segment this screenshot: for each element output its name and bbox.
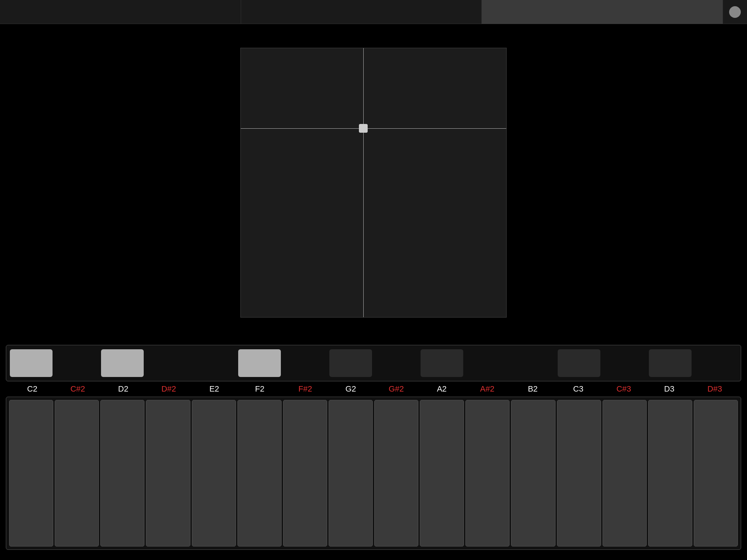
white-key-12[interactable] [557, 400, 601, 547]
black-key-bk-spacer5[interactable] [375, 349, 418, 377]
black-keys-row [6, 345, 741, 381]
white-key-7[interactable] [329, 400, 373, 547]
xy-pad[interactable] [240, 48, 507, 318]
white-key-13[interactable] [603, 400, 647, 547]
keyboard-section: C2C#2D2D#2E2F2F#2G2G#2A2A#2B2C3C#3D3D#3 [0, 341, 747, 560]
note-label-As2: A#2 [465, 384, 510, 394]
note-label-D2: D2 [101, 384, 146, 394]
black-key-bk-f2-sharp[interactable] [238, 349, 281, 377]
white-key-3[interactable] [146, 400, 190, 547]
crosshair-horizontal [241, 128, 506, 129]
note-label-Cs2: C#2 [55, 384, 101, 394]
black-key-bk-c2-sharp[interactable] [10, 349, 53, 377]
note-label-E2: E2 [191, 384, 237, 394]
main-area [0, 24, 747, 341]
black-key-bk-spacer6[interactable] [466, 349, 509, 377]
white-key-5[interactable] [237, 400, 282, 547]
note-label-F2: F2 [237, 384, 283, 394]
note-label-A2: A2 [419, 384, 465, 394]
white-key-14[interactable] [648, 400, 692, 547]
white-keys-row [6, 397, 741, 550]
tab-simple-xy-keys[interactable] [482, 0, 723, 24]
black-key-bk-d3-sharp[interactable] [649, 349, 692, 377]
note-label-C2: C2 [9, 384, 55, 394]
note-label-Ds2: D#2 [146, 384, 191, 394]
settings-icon [729, 6, 741, 18]
tab-bar [0, 0, 747, 24]
black-key-bk-spacer7[interactable] [512, 349, 554, 377]
note-label-Fs2: F#2 [283, 384, 328, 394]
black-key-bk-spacer2[interactable] [147, 349, 189, 377]
note-label-D3: D3 [647, 384, 692, 394]
note-label-C3: C3 [556, 384, 601, 394]
black-key-bk-c3-sharp[interactable] [558, 349, 600, 377]
white-key-10[interactable] [465, 400, 510, 547]
white-key-15[interactable] [694, 400, 738, 547]
xy-handle[interactable] [359, 124, 368, 133]
note-label-Gs2: G#2 [374, 384, 419, 394]
white-key-11[interactable] [511, 400, 555, 547]
settings-button[interactable] [723, 0, 747, 24]
black-key-bk-d2-sharp[interactable] [101, 349, 144, 377]
note-label-G2: G2 [328, 384, 374, 394]
black-key-bk-spacer1[interactable] [55, 349, 98, 377]
black-key-bk-spacer9[interactable] [694, 349, 737, 377]
note-label-B2: B2 [510, 384, 556, 394]
black-key-bk-spacer8[interactable] [603, 349, 646, 377]
white-key-8[interactable] [374, 400, 418, 547]
white-key-6[interactable] [283, 400, 327, 547]
crosshair-vertical [363, 48, 364, 317]
note-labels-row: C2C#2D2D#2E2F2F#2G2G#2A2A#2B2C3C#3D3D#3 [6, 381, 741, 397]
note-label-Cs3: C#3 [601, 384, 647, 394]
note-label-Ds3: D#3 [692, 384, 738, 394]
tab-simple-xy[interactable] [0, 0, 241, 24]
white-key-0[interactable] [9, 400, 53, 547]
black-key-bk-g2-sharp[interactable] [329, 349, 372, 377]
black-key-bk-spacer4[interactable] [284, 349, 326, 377]
white-key-4[interactable] [192, 400, 236, 547]
white-key-9[interactable] [420, 400, 464, 547]
white-key-2[interactable] [100, 400, 144, 547]
white-key-1[interactable] [55, 400, 99, 547]
black-key-bk-spacer3[interactable] [193, 349, 235, 377]
tab-multi-touch-xy[interactable] [241, 0, 482, 24]
black-key-bk-a2-sharp[interactable] [421, 349, 463, 377]
